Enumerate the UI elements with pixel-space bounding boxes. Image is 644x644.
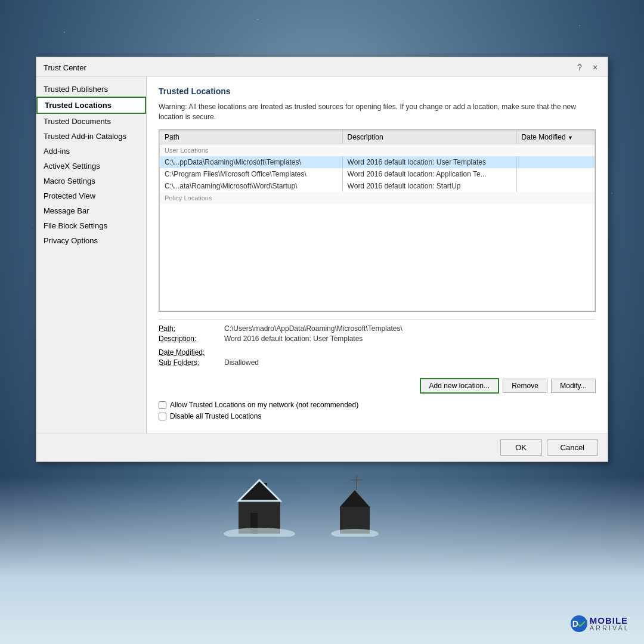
locations-table-inner[interactable]: Path Description Date Modified: [159, 130, 595, 312]
dialog-overlay: Trust Center ? × Trusted Publishers Trus…: [0, 0, 644, 644]
allow-network-label: Allow Trusted Locations on my network (n…: [170, 401, 358, 409]
sidebar-item-trusted-publishers[interactable]: Trusted Publishers: [36, 82, 146, 97]
detail-date-label: Date Modified:: [159, 348, 224, 357]
dialog-title: Trust Center: [44, 63, 86, 72]
detail-subfolders-value: Disallowed: [224, 358, 259, 367]
table-row[interactable]: C:\...ata\Roaming\Microsoft\Word\Startup…: [160, 180, 595, 192]
col-date-modified[interactable]: Date Modified: [516, 130, 595, 144]
sidebar-item-activex-settings[interactable]: ActiveX Settings: [36, 159, 146, 174]
locations-table-wrapper: Path Description Date Modified: [159, 129, 596, 312]
table-row[interactable]: C:\Program Files\Microsoft Office\Templa…: [160, 168, 595, 180]
details-section: Path: C:\Users\madro\AppData\Roaming\Mic…: [159, 319, 596, 373]
watermark-mobile: MOBILE: [590, 616, 630, 625]
dialog-footer: OK Cancel: [36, 433, 608, 462]
cell-path: C:\...ata\Roaming\Microsoft\Word\Startup…: [160, 180, 343, 192]
watermark-text: MOBILE ARRIVAL: [590, 616, 630, 631]
dialog-body: Trusted Publishers Trusted Locations Tru…: [36, 77, 608, 433]
disable-all-checkbox[interactable]: [159, 413, 166, 420]
allow-network-checkbox[interactable]: [159, 401, 166, 409]
ok-button[interactable]: OK: [500, 439, 542, 456]
cell-date: [516, 180, 595, 192]
cell-description: Word 2016 default location: StartUp: [342, 180, 516, 192]
help-button[interactable]: ?: [574, 62, 585, 73]
watermark-arrival: ARRIVAL: [590, 625, 630, 631]
cell-path: C:\...ppData\Roaming\Microsoft\Templates…: [160, 156, 343, 168]
sidebar-item-message-bar[interactable]: Message Bar: [36, 203, 146, 218]
cell-date: [516, 168, 595, 180]
remove-button[interactable]: Remove: [503, 379, 547, 393]
cancel-button[interactable]: Cancel: [547, 439, 598, 456]
disable-all-label: Disable all Trusted Locations: [170, 412, 261, 420]
dialog-controls: ? ×: [574, 62, 600, 73]
cell-date: [516, 156, 595, 168]
sidebar-item-add-ins[interactable]: Add-ins: [36, 144, 146, 159]
detail-subfolders-row: Sub Folders: Disallowed: [159, 358, 596, 367]
cell-description: Word 2016 default location: Application …: [342, 168, 516, 180]
modify-button[interactable]: Modify...: [551, 379, 596, 393]
detail-description-row: Description: Word 2016 default location:…: [159, 335, 596, 343]
trust-center-dialog: Trust Center ? × Trusted Publishers Trus…: [36, 57, 608, 462]
table-row[interactable]: C:\...ppData\Roaming\Microsoft\Templates…: [160, 156, 595, 168]
watermark-checkmark-icon: [577, 621, 586, 627]
detail-description-label: Description:: [159, 335, 224, 343]
sidebar: Trusted Publishers Trusted Locations Tru…: [36, 77, 147, 433]
detail-description-value: Word 2016 default location: User Templat…: [224, 335, 363, 343]
col-path: Path: [160, 130, 343, 144]
main-content: Trusted Locations Warning: All these loc…: [147, 77, 608, 433]
disable-all-row: Disable all Trusted Locations: [159, 412, 596, 420]
section-title: Trusted Locations: [159, 86, 596, 96]
detail-date-row: Date Modified:: [159, 348, 596, 357]
detail-subfolders-label: Sub Folders:: [159, 358, 224, 367]
allow-network-row: Allow Trusted Locations on my network (n…: [159, 401, 596, 409]
sidebar-item-file-block-settings[interactable]: File Block Settings: [36, 218, 146, 233]
watermark: D MOBILE ARRIVAL: [571, 615, 630, 632]
sidebar-item-protected-view[interactable]: Protected View: [36, 188, 146, 203]
sidebar-item-macro-settings[interactable]: Macro Settings: [36, 174, 146, 188]
cell-path: C:\Program Files\Microsoft Office\Templa…: [160, 168, 343, 180]
add-new-location-button[interactable]: Add new location...: [420, 378, 499, 394]
detail-path-value: C:\Users\madro\AppData\Roaming\Microsoft…: [224, 324, 402, 333]
sidebar-item-trusted-documents[interactable]: Trusted Documents: [36, 114, 146, 129]
detail-path-label: Path:: [159, 324, 224, 333]
detail-path-row: Path: C:\Users\madro\AppData\Roaming\Mic…: [159, 324, 596, 333]
group-header-policy-locations: Policy Locations: [160, 192, 595, 204]
action-buttons: Add new location... Remove Modify...: [159, 378, 596, 394]
col-description: Description: [342, 130, 516, 144]
watermark-logo: D: [571, 615, 587, 632]
close-button[interactable]: ×: [590, 62, 600, 73]
sidebar-item-trusted-addin-catalogs[interactable]: Trusted Add-in Catalogs: [36, 129, 146, 144]
cell-description: Word 2016 default location: User Templat…: [342, 156, 516, 168]
group-header-user-locations: User Locations: [160, 144, 595, 156]
warning-text: Warning: All these locations are treated…: [159, 102, 596, 122]
sidebar-item-trusted-locations[interactable]: Trusted Locations: [36, 97, 146, 114]
empty-row: [160, 204, 595, 311]
locations-table: Path Description Date Modified: [159, 130, 595, 312]
dialog-titlebar: Trust Center ? ×: [36, 57, 608, 77]
sidebar-item-privacy-options[interactable]: Privacy Options: [36, 233, 146, 248]
